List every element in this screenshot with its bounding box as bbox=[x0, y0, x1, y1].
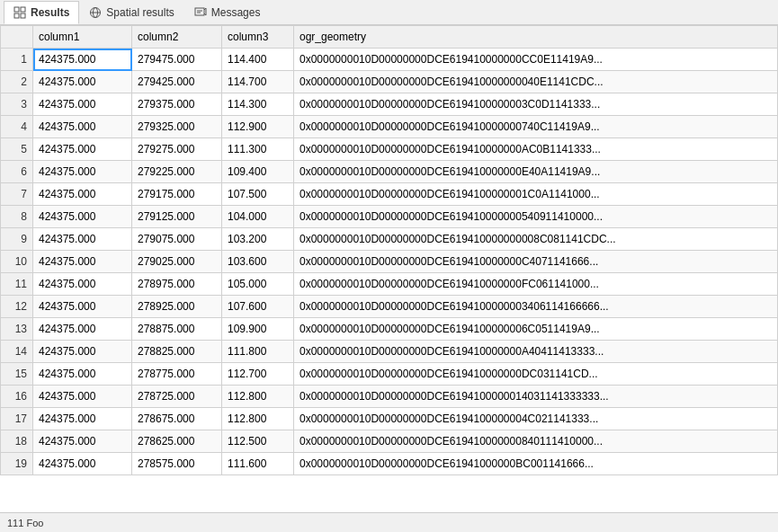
cell-column2[interactable]: 279175.000 bbox=[132, 183, 222, 206]
cell-ogr-geometry[interactable]: 0x0000000010D00000000DCE6194100000006C05… bbox=[294, 318, 778, 341]
cell-ogr-geometry[interactable]: 0x0000000010D00000000DCE61941000000BC001… bbox=[294, 453, 778, 475]
table-row[interactable]: 12424375.000278925.000107.6000x000000001… bbox=[1, 296, 778, 318]
cell-column2[interactable]: 279075.000 bbox=[132, 228, 222, 251]
cell-ogr-geometry[interactable]: 0x0000000010D00000000DCE619410000000FC06… bbox=[294, 273, 778, 296]
cell-column1[interactable]: 424375.000 bbox=[33, 93, 132, 116]
cell-column2[interactable]: 279225.000 bbox=[132, 161, 222, 183]
cell-column3[interactable]: 107.600 bbox=[222, 296, 294, 318]
table-row[interactable]: 15424375.000278775.000112.7000x000000001… bbox=[1, 363, 778, 386]
table-row[interactable]: 19424375.000278575.000111.6000x000000001… bbox=[1, 453, 778, 475]
cell-column3[interactable]: 104.000 bbox=[222, 206, 294, 228]
header-column1[interactable]: column1 bbox=[33, 26, 132, 49]
cell-column2[interactable]: 278675.000 bbox=[132, 408, 222, 430]
cell-column3[interactable]: 114.300 bbox=[222, 93, 294, 116]
cell-ogr-geometry[interactable]: 0x0000000010D00000000DCE619410000000C407… bbox=[294, 251, 778, 273]
table-row[interactable]: 2424375.000279425.000114.7000x0000000010… bbox=[1, 71, 778, 93]
cell-column2[interactable]: 278725.000 bbox=[132, 386, 222, 408]
cell-ogr-geometry[interactable]: 0x0000000010D00000000DCE6194100000005409… bbox=[294, 206, 778, 228]
table-row[interactable]: 14424375.000278825.000111.8000x000000001… bbox=[1, 341, 778, 363]
cell-column2[interactable]: 279275.000 bbox=[132, 138, 222, 161]
cell-ogr-geometry[interactable]: 0x0000000010D00000000DCE619410000000008C… bbox=[294, 228, 778, 251]
cell-column2[interactable]: 279425.000 bbox=[132, 71, 222, 93]
cell-column1[interactable]: 424375.000 bbox=[33, 273, 132, 296]
cell-column2[interactable]: 278575.000 bbox=[132, 453, 222, 475]
cell-column3[interactable]: 105.000 bbox=[222, 273, 294, 296]
cell-column1[interactable]: 424375.000 bbox=[33, 228, 132, 251]
header-column3[interactable]: column3 bbox=[222, 26, 294, 49]
cell-ogr-geometry[interactable]: 0x0000000010D00000000DCE619410000000040E… bbox=[294, 71, 778, 93]
cell-column2[interactable]: 278625.000 bbox=[132, 430, 222, 453]
table-row[interactable]: 3424375.000279375.000114.3000x0000000010… bbox=[1, 93, 778, 116]
table-row[interactable]: 5424375.000279275.000111.3000x0000000010… bbox=[1, 138, 778, 161]
cell-column2[interactable]: 279475.000 bbox=[132, 49, 222, 71]
cell-column2[interactable]: 279375.000 bbox=[132, 93, 222, 116]
cell-column3[interactable]: 111.800 bbox=[222, 341, 294, 363]
table-row[interactable]: 7424375.000279175.000107.5000x0000000010… bbox=[1, 183, 778, 206]
cell-column2[interactable]: 279125.000 bbox=[132, 206, 222, 228]
cell-ogr-geometry[interactable]: 0x0000000010D00000000DCE619410000000CC0E… bbox=[294, 49, 778, 71]
cell-column1[interactable]: 424375.000 bbox=[33, 318, 132, 341]
cell-ogr-geometry[interactable]: 0x0000000010D00000000DCE619410000000AC0B… bbox=[294, 138, 778, 161]
cell-column3[interactable]: 112.500 bbox=[222, 430, 294, 453]
cell-column1[interactable]: 424375.000 bbox=[33, 251, 132, 273]
cell-column1[interactable]: 424375.000 bbox=[33, 453, 132, 475]
cell-ogr-geometry[interactable]: 0x0000000010D00000000DCE6194100000014031… bbox=[294, 386, 778, 408]
table-row[interactable]: 17424375.000278675.000112.8000x000000001… bbox=[1, 408, 778, 430]
cell-column2[interactable]: 278875.000 bbox=[132, 318, 222, 341]
cell-ogr-geometry[interactable]: 0x0000000010D00000000DCE6194100000008401… bbox=[294, 430, 778, 453]
table-row[interactable]: 10424375.000279025.000103.6000x000000001… bbox=[1, 251, 778, 273]
cell-column3[interactable]: 109.400 bbox=[222, 161, 294, 183]
cell-column3[interactable]: 112.900 bbox=[222, 116, 294, 138]
cell-column1[interactable]: 424375.000 bbox=[33, 183, 132, 206]
cell-column3[interactable]: 114.400 bbox=[222, 49, 294, 71]
table-row[interactable]: 9424375.000279075.000103.2000x0000000010… bbox=[1, 228, 778, 251]
cell-column1[interactable]: 424375.000 bbox=[33, 116, 132, 138]
cell-column1[interactable]: 424375.000 bbox=[33, 408, 132, 430]
cell-ogr-geometry[interactable]: 0x0000000010D00000000DCE6194100000003406… bbox=[294, 296, 778, 318]
cell-column1[interactable]: 424375.000 bbox=[33, 49, 132, 71]
cell-column2[interactable]: 278825.000 bbox=[132, 341, 222, 363]
cell-column3[interactable]: 109.900 bbox=[222, 318, 294, 341]
cell-column3[interactable]: 114.700 bbox=[222, 71, 294, 93]
table-row[interactable]: 11424375.000278975.000105.0000x000000001… bbox=[1, 273, 778, 296]
cell-column3[interactable]: 112.800 bbox=[222, 408, 294, 430]
cell-column1[interactable]: 424375.000 bbox=[33, 296, 132, 318]
cell-column3[interactable]: 107.500 bbox=[222, 183, 294, 206]
cell-column3[interactable]: 103.600 bbox=[222, 251, 294, 273]
table-row[interactable]: 8424375.000279125.000104.0000x0000000010… bbox=[1, 206, 778, 228]
table-row[interactable]: 13424375.000278875.000109.9000x000000001… bbox=[1, 318, 778, 341]
cell-column2[interactable]: 278925.000 bbox=[132, 296, 222, 318]
tab-results[interactable]: Results bbox=[4, 1, 79, 24]
cell-column1[interactable]: 424375.000 bbox=[33, 363, 132, 386]
cell-column3[interactable]: 112.800 bbox=[222, 386, 294, 408]
table-row[interactable]: 6424375.000279225.000109.4000x0000000010… bbox=[1, 161, 778, 183]
cell-ogr-geometry[interactable]: 0x0000000010D00000000DCE6194100000001C0A… bbox=[294, 183, 778, 206]
tab-spatial[interactable]: Spatial results bbox=[79, 1, 183, 24]
cell-column2[interactable]: 278975.000 bbox=[132, 273, 222, 296]
cell-ogr-geometry[interactable]: 0x0000000010D00000000DCE619410000000A404… bbox=[294, 341, 778, 363]
cell-ogr-geometry[interactable]: 0x0000000010D00000000DCE619410000000DC03… bbox=[294, 363, 778, 386]
cell-column1[interactable]: 424375.000 bbox=[33, 71, 132, 93]
cell-column1[interactable]: 424375.000 bbox=[33, 430, 132, 453]
cell-column2[interactable]: 278775.000 bbox=[132, 363, 222, 386]
cell-column3[interactable]: 103.200 bbox=[222, 228, 294, 251]
cell-ogr-geometry[interactable]: 0x0000000010D00000000DCE619410000000E40A… bbox=[294, 161, 778, 183]
cell-column1[interactable]: 424375.000 bbox=[33, 206, 132, 228]
cell-ogr-geometry[interactable]: 0x0000000010D00000000DCE6194100000004C02… bbox=[294, 408, 778, 430]
cell-ogr-geometry[interactable]: 0x0000000010D00000000DCE619410000000740C… bbox=[294, 116, 778, 138]
table-row[interactable]: 1424375.000279475.000114.4000x0000000010… bbox=[1, 49, 778, 71]
header-column2[interactable]: column2 bbox=[132, 26, 222, 49]
cell-column2[interactable]: 279025.000 bbox=[132, 251, 222, 273]
cell-column3[interactable]: 112.700 bbox=[222, 363, 294, 386]
tab-messages[interactable]: Messages bbox=[184, 1, 271, 24]
table-row[interactable]: 16424375.000278725.000112.8000x000000001… bbox=[1, 386, 778, 408]
cell-column1[interactable]: 424375.000 bbox=[33, 386, 132, 408]
cell-column1[interactable]: 424375.000 bbox=[33, 341, 132, 363]
cell-ogr-geometry[interactable]: 0x0000000010D00000000DCE6194100000003C0D… bbox=[294, 93, 778, 116]
cell-column1[interactable]: 424375.000 bbox=[33, 161, 132, 183]
cell-column3[interactable]: 111.600 bbox=[222, 453, 294, 475]
cell-column3[interactable]: 111.300 bbox=[222, 138, 294, 161]
header-ogr[interactable]: ogr_geometry bbox=[294, 26, 778, 49]
cell-column2[interactable]: 279325.000 bbox=[132, 116, 222, 138]
table-row[interactable]: 18424375.000278625.000112.5000x000000001… bbox=[1, 430, 778, 453]
